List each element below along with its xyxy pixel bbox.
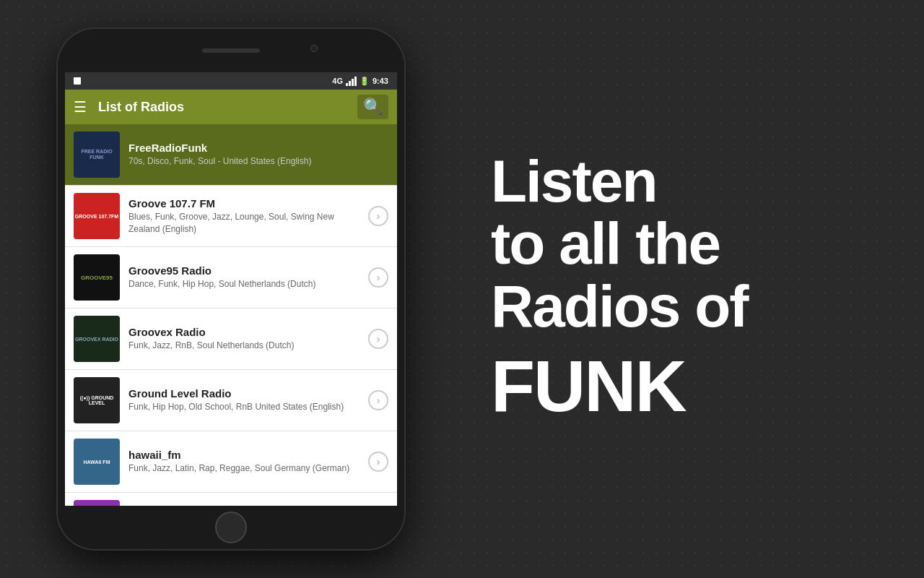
radio-info: FreeRadioFunk70s, Disco, Funk, Soul - Un… <box>128 142 388 168</box>
radio-info: hawaii_fmFunk, Jazz, Latin, Rap, Reggae,… <box>128 449 362 475</box>
radio-tags: 70s, Disco, Funk, Soul - United States (… <box>128 155 388 168</box>
radio-logo: GROOVE 107.7FM <box>74 193 120 239</box>
battery-icon: 🔋 <box>359 77 370 86</box>
time-display: 9:43 <box>372 77 388 85</box>
radio-list-item[interactable]: GROOVE 107.7FMGroove 107.7 FMBlues, Funk… <box>65 186 397 247</box>
radio-name: Groovex Radio <box>128 326 362 338</box>
signal-bar-4 <box>354 77 357 86</box>
phone-top <box>58 29 404 72</box>
phone-screen: 4G 🔋 9:43 ☰ List of Radios 🔍 <box>65 72 397 506</box>
status-square-icon <box>74 77 81 85</box>
phone-camera <box>310 45 318 52</box>
promo-funk: FUNK <box>491 345 686 428</box>
radio-info: Groovex RadioFunk, Jazz, RnB, Soul Nethe… <box>128 326 362 352</box>
radio-info: Groove95 RadioDance, Funk, Hip Hop, Soul… <box>128 264 362 290</box>
radio-logo: ((●)) GROUND LEVEL <box>74 377 120 423</box>
signal-bars <box>346 77 357 86</box>
signal-bar-1 <box>346 83 348 86</box>
home-button[interactable] <box>215 512 247 543</box>
menu-icon[interactable]: ☰ <box>74 98 87 116</box>
radio-tags: Blues, Funk, Groove, Jazz, Lounge, Soul,… <box>128 211 362 236</box>
phone-area: 4G 🔋 9:43 ☰ List of Radios 🔍 <box>0 0 462 578</box>
radio-list-item[interactable]: GROOVEX RADIOGroovex RadioFunk, Jazz, Rn… <box>65 309 397 370</box>
status-left <box>74 77 81 85</box>
radio-logo: hb <box>74 500 120 506</box>
signal-bar-2 <box>349 81 351 86</box>
radio-name: Ground Level Radio <box>128 387 362 400</box>
signal-label: 4G <box>332 77 343 85</box>
radio-name: FreeRadioFunk <box>128 142 388 154</box>
radio-tags: Dance, Funk, Hip Hop, Soul Netherlands (… <box>128 278 362 290</box>
radio-arrow-icon[interactable]: › <box>368 390 388 410</box>
radio-logo: GROOVEX RADIO <box>74 316 120 362</box>
search-icon[interactable]: 🔍 <box>357 95 388 119</box>
promo-main-text: Listen to all the Radios of <box>491 150 748 337</box>
promo-line3: Radios of <box>491 273 748 339</box>
radio-list: FREE RADIO FUNKFreeRadioFunk70s, Disco, … <box>65 124 397 506</box>
radio-arrow-icon[interactable]: › <box>368 452 388 472</box>
app-toolbar: ☰ List of Radios 🔍 <box>65 90 397 124</box>
phone-bottom <box>58 506 404 549</box>
radio-info: Ground Level RadioFunk, Hip Hop, Old Sch… <box>128 387 362 413</box>
radio-name: Groove 107.7 FM <box>128 197 362 210</box>
radio-tags: Funk, Jazz, Latin, Rap, Reggae, Soul Ger… <box>128 462 362 475</box>
radio-list-item[interactable]: FREE RADIO FUNKFreeRadioFunk70s, Disco, … <box>65 124 397 186</box>
phone-speaker <box>202 48 260 53</box>
promo-line2: to all the <box>491 210 720 276</box>
radio-info: Groove 107.7 FMBlues, Funk, Groove, Jazz… <box>128 197 362 236</box>
phone-frame: 4G 🔋 9:43 ☰ List of Radios 🔍 <box>58 29 404 549</box>
radio-arrow-icon[interactable]: › <box>368 329 388 349</box>
promo-text-area: Listen to all the Radios of FUNK <box>462 0 924 578</box>
radio-tags: Funk, Jazz, RnB, Soul Netherlands (Dutch… <box>128 340 362 352</box>
status-bar: 4G 🔋 9:43 <box>65 72 397 90</box>
radio-arrow-icon[interactable]: › <box>368 206 388 226</box>
radio-list-item[interactable]: HAWAII FMhawaii_fmFunk, Jazz, Latin, Rap… <box>65 431 397 493</box>
radio-logo: FREE RADIO FUNK <box>74 131 120 178</box>
toolbar-title: List of Radios <box>98 100 357 115</box>
radio-logo: HAWAII FM <box>74 439 120 485</box>
promo-line1: Listen <box>491 148 656 214</box>
radio-tags: Funk, Hip Hop, Old School, RnB United St… <box>128 401 362 413</box>
radio-list-item[interactable]: hbHeadblends FM RadioChillout, Downtempo… <box>65 493 397 506</box>
radio-name: hawaii_fm <box>128 449 362 461</box>
radio-logo: GROOVE95 <box>74 254 120 301</box>
radio-list-item[interactable]: ((●)) GROUND LEVELGround Level RadioFunk… <box>65 370 397 431</box>
radio-list-item[interactable]: GROOVE95Groove95 RadioDance, Funk, Hip H… <box>65 247 397 309</box>
radio-name: Groove95 Radio <box>128 264 362 277</box>
radio-arrow-icon[interactable]: › <box>368 267 388 288</box>
status-right: 4G 🔋 9:43 <box>332 77 388 86</box>
signal-bar-3 <box>352 79 354 86</box>
